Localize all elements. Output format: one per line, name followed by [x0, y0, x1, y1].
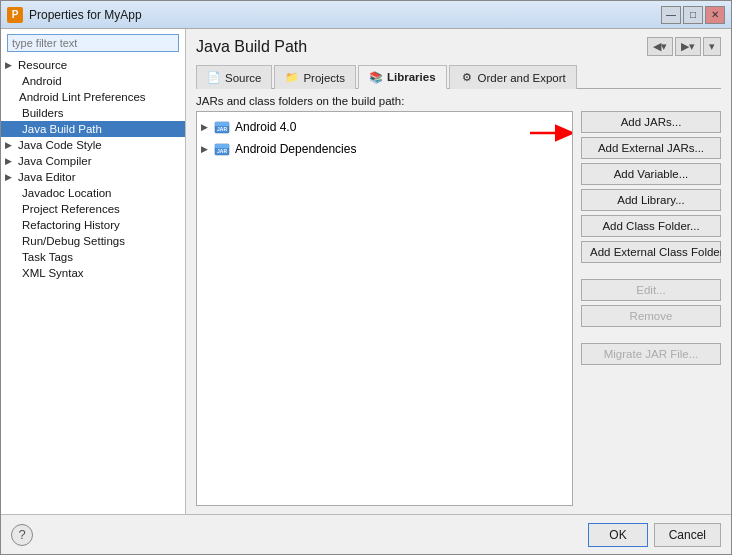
- tree-item-android-deps[interactable]: ▶ JAR Android Dependencies: [197, 138, 572, 160]
- sidebar-item-project-references[interactable]: ▶ Project References: [1, 201, 185, 217]
- expand-icon: ▶: [201, 122, 211, 132]
- window-title: Properties for MyApp: [29, 8, 661, 22]
- add-external-class-folder-button[interactable]: Add External Class Folder...: [581, 241, 721, 263]
- sidebar-item-java-editor[interactable]: ▶ Java Editor: [1, 169, 185, 185]
- svg-text:JAR: JAR: [217, 126, 227, 132]
- tab-source[interactable]: 📄 Source: [196, 65, 272, 89]
- sidebar: ▶ Resource ▶ Android Android Lint Prefer…: [1, 29, 186, 514]
- sidebar-item-resource[interactable]: ▶ Resource: [1, 57, 185, 73]
- minimize-button[interactable]: —: [661, 6, 681, 24]
- sidebar-item-android[interactable]: ▶ Android: [1, 73, 185, 89]
- properties-window: P Properties for MyApp — □ ✕ ▶ Resource …: [0, 0, 732, 555]
- app-icon: P: [7, 7, 23, 23]
- cancel-button[interactable]: Cancel: [654, 523, 721, 547]
- add-variable-button[interactable]: Add Variable...: [581, 163, 721, 185]
- btn-spacer-2: [581, 331, 721, 339]
- sidebar-item-task-tags[interactable]: ▶ Task Tags: [1, 249, 185, 265]
- tab-libraries[interactable]: 📚 Libraries: [358, 65, 447, 89]
- tree-item-android40[interactable]: ▶ JAR Android 4.0: [197, 116, 572, 138]
- sidebar-item-java-code-style[interactable]: ▶ Java Code Style: [1, 137, 185, 153]
- nav-menu-button[interactable]: ▾: [703, 37, 721, 56]
- nav-forward-button[interactable]: ▶▾: [675, 37, 701, 56]
- bottom-bar: ? OK Cancel: [1, 514, 731, 554]
- jar-icon: JAR: [214, 119, 230, 135]
- main-panel: Java Build Path ◀▾ ▶▾ ▾ 📄 Source 📁 Proje…: [186, 29, 731, 514]
- add-class-folder-button[interactable]: Add Class Folder...: [581, 215, 721, 237]
- expand-arrow-icon: ▶: [5, 172, 15, 182]
- edit-button[interactable]: Edit...: [581, 279, 721, 301]
- add-library-button[interactable]: Add Library...: [581, 189, 721, 211]
- migrate-jar-button[interactable]: Migrate JAR File...: [581, 343, 721, 365]
- panel-body: ▶ JAR Android 4.0: [196, 111, 721, 506]
- expand-arrow-icon: ▶: [5, 156, 15, 166]
- btn-spacer: [581, 267, 721, 275]
- expand-arrow-icon: ▶: [5, 140, 15, 150]
- tab-order-export[interactable]: ⚙ Order and Export: [449, 65, 577, 89]
- panel-header: Java Build Path ◀▾ ▶▾ ▾: [196, 37, 721, 56]
- sidebar-item-javadoc[interactable]: ▶ Javadoc Location: [1, 185, 185, 201]
- tree-item-android-deps-label: Android Dependencies: [235, 142, 356, 156]
- sidebar-item-builders[interactable]: ▶ Builders: [1, 105, 185, 121]
- projects-tab-icon: 📁: [285, 71, 299, 85]
- titlebar: P Properties for MyApp — □ ✕: [1, 1, 731, 29]
- libraries-tab-icon: 📚: [369, 70, 383, 84]
- jar-icon: JAR: [214, 141, 230, 157]
- buttons-column: Add JARs... Add External JARs... Add Var…: [581, 111, 721, 506]
- search-input[interactable]: [7, 34, 179, 52]
- tree-item-android40-label: Android 4.0: [235, 120, 296, 134]
- sidebar-item-java-build-path[interactable]: ▶ Java Build Path: [1, 121, 185, 137]
- expand-icon: ▶: [201, 144, 211, 154]
- source-tab-icon: 📄: [207, 71, 221, 85]
- sidebar-item-android-lint[interactable]: Android Lint Preferences: [1, 89, 185, 105]
- help-button[interactable]: ?: [11, 524, 33, 546]
- tabs-bar: 📄 Source 📁 Projects 📚 Libraries ⚙ Order …: [196, 64, 721, 89]
- add-jars-button[interactable]: Add JARs...: [581, 111, 721, 133]
- file-tree-area: ▶ JAR Android 4.0: [196, 111, 573, 506]
- add-external-jars-button[interactable]: Add External JARs...: [581, 137, 721, 159]
- dialog-buttons: OK Cancel: [588, 523, 721, 547]
- close-button[interactable]: ✕: [705, 6, 725, 24]
- titlebar-buttons: — □ ✕: [661, 6, 725, 24]
- content-area: ▶ Resource ▶ Android Android Lint Prefer…: [1, 29, 731, 514]
- nav-arrows: ◀▾ ▶▾ ▾: [647, 37, 721, 56]
- svg-text:JAR: JAR: [217, 148, 227, 154]
- sidebar-item-xml-syntax[interactable]: ▶ XML Syntax: [1, 265, 185, 281]
- nav-back-button[interactable]: ◀▾: [647, 37, 673, 56]
- sidebar-tree: ▶ Resource ▶ Android Android Lint Prefer…: [1, 57, 185, 514]
- sidebar-item-refactoring[interactable]: ▶ Refactoring History: [1, 217, 185, 233]
- path-description: JARs and class folders on the build path…: [196, 95, 721, 107]
- ok-button[interactable]: OK: [588, 523, 647, 547]
- expand-arrow-icon: ▶: [5, 60, 15, 70]
- sidebar-item-java-compiler[interactable]: ▶ Java Compiler: [1, 153, 185, 169]
- remove-button[interactable]: Remove: [581, 305, 721, 327]
- order-tab-icon: ⚙: [460, 71, 474, 85]
- panel-title: Java Build Path: [196, 38, 307, 56]
- tab-projects[interactable]: 📁 Projects: [274, 65, 356, 89]
- maximize-button[interactable]: □: [683, 6, 703, 24]
- sidebar-item-run-debug[interactable]: ▶ Run/Debug Settings: [1, 233, 185, 249]
